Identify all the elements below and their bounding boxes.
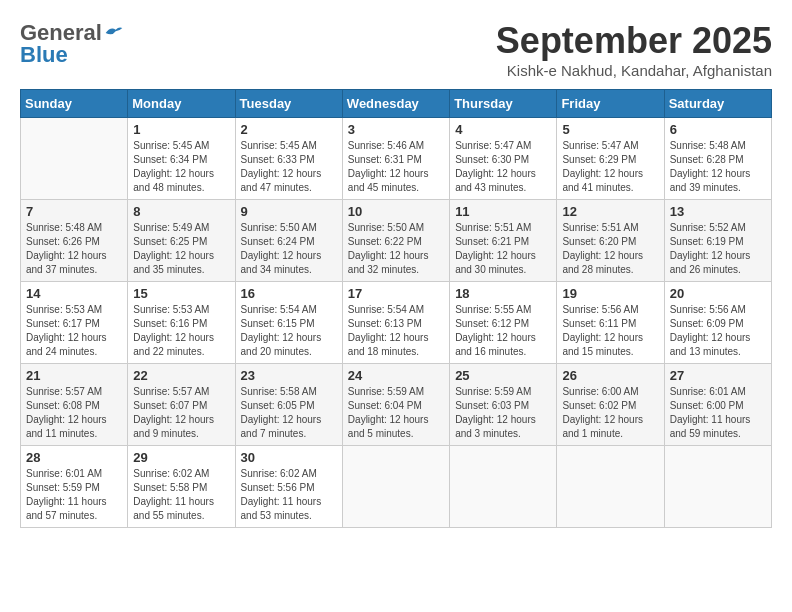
- month-title: September 2025: [496, 20, 772, 62]
- calendar-cell: 21Sunrise: 5:57 AMSunset: 6:08 PMDayligh…: [21, 364, 128, 446]
- day-info: Sunrise: 5:49 AMSunset: 6:25 PMDaylight:…: [133, 221, 229, 277]
- day-info: Sunrise: 6:01 AMSunset: 5:59 PMDaylight:…: [26, 467, 122, 523]
- weekday-thursday: Thursday: [450, 90, 557, 118]
- day-number: 28: [26, 450, 122, 465]
- calendar-cell: [664, 446, 771, 528]
- calendar-cell: [342, 446, 449, 528]
- calendar-cell: 20Sunrise: 5:56 AMSunset: 6:09 PMDayligh…: [664, 282, 771, 364]
- day-info: Sunrise: 5:59 AMSunset: 6:04 PMDaylight:…: [348, 385, 444, 441]
- calendar-body: 1Sunrise: 5:45 AMSunset: 6:34 PMDaylight…: [21, 118, 772, 528]
- logo-bird-icon: [104, 24, 124, 42]
- day-info: Sunrise: 5:53 AMSunset: 6:17 PMDaylight:…: [26, 303, 122, 359]
- calendar-cell: [21, 118, 128, 200]
- day-number: 30: [241, 450, 337, 465]
- calendar-cell: 9Sunrise: 5:50 AMSunset: 6:24 PMDaylight…: [235, 200, 342, 282]
- calendar-cell: 7Sunrise: 5:48 AMSunset: 6:26 PMDaylight…: [21, 200, 128, 282]
- calendar-cell: 25Sunrise: 5:59 AMSunset: 6:03 PMDayligh…: [450, 364, 557, 446]
- day-info: Sunrise: 6:00 AMSunset: 6:02 PMDaylight:…: [562, 385, 658, 441]
- day-number: 24: [348, 368, 444, 383]
- day-number: 13: [670, 204, 766, 219]
- calendar-cell: 1Sunrise: 5:45 AMSunset: 6:34 PMDaylight…: [128, 118, 235, 200]
- calendar-cell: 23Sunrise: 5:58 AMSunset: 6:05 PMDayligh…: [235, 364, 342, 446]
- day-number: 21: [26, 368, 122, 383]
- calendar-cell: [450, 446, 557, 528]
- day-number: 10: [348, 204, 444, 219]
- week-row-1: 1Sunrise: 5:45 AMSunset: 6:34 PMDaylight…: [21, 118, 772, 200]
- page-header: General Blue September 2025 Kishk-e Nakh…: [20, 20, 772, 79]
- day-info: Sunrise: 5:56 AMSunset: 6:09 PMDaylight:…: [670, 303, 766, 359]
- calendar-cell: 3Sunrise: 5:46 AMSunset: 6:31 PMDaylight…: [342, 118, 449, 200]
- day-number: 5: [562, 122, 658, 137]
- calendar-cell: 8Sunrise: 5:49 AMSunset: 6:25 PMDaylight…: [128, 200, 235, 282]
- day-number: 4: [455, 122, 551, 137]
- day-info: Sunrise: 5:47 AMSunset: 6:29 PMDaylight:…: [562, 139, 658, 195]
- day-number: 19: [562, 286, 658, 301]
- day-info: Sunrise: 6:01 AMSunset: 6:00 PMDaylight:…: [670, 385, 766, 441]
- calendar-cell: 27Sunrise: 6:01 AMSunset: 6:00 PMDayligh…: [664, 364, 771, 446]
- calendar-cell: 5Sunrise: 5:47 AMSunset: 6:29 PMDaylight…: [557, 118, 664, 200]
- day-number: 20: [670, 286, 766, 301]
- calendar-cell: 17Sunrise: 5:54 AMSunset: 6:13 PMDayligh…: [342, 282, 449, 364]
- calendar-cell: 15Sunrise: 5:53 AMSunset: 6:16 PMDayligh…: [128, 282, 235, 364]
- day-number: 25: [455, 368, 551, 383]
- calendar-cell: 28Sunrise: 6:01 AMSunset: 5:59 PMDayligh…: [21, 446, 128, 528]
- day-number: 2: [241, 122, 337, 137]
- day-info: Sunrise: 5:55 AMSunset: 6:12 PMDaylight:…: [455, 303, 551, 359]
- weekday-header-row: SundayMondayTuesdayWednesdayThursdayFrid…: [21, 90, 772, 118]
- day-number: 15: [133, 286, 229, 301]
- day-number: 22: [133, 368, 229, 383]
- day-info: Sunrise: 5:51 AMSunset: 6:20 PMDaylight:…: [562, 221, 658, 277]
- calendar-table: SundayMondayTuesdayWednesdayThursdayFrid…: [20, 89, 772, 528]
- day-number: 11: [455, 204, 551, 219]
- week-row-3: 14Sunrise: 5:53 AMSunset: 6:17 PMDayligh…: [21, 282, 772, 364]
- calendar-cell: 12Sunrise: 5:51 AMSunset: 6:20 PMDayligh…: [557, 200, 664, 282]
- calendar-cell: 13Sunrise: 5:52 AMSunset: 6:19 PMDayligh…: [664, 200, 771, 282]
- day-info: Sunrise: 5:50 AMSunset: 6:22 PMDaylight:…: [348, 221, 444, 277]
- calendar-cell: 30Sunrise: 6:02 AMSunset: 5:56 PMDayligh…: [235, 446, 342, 528]
- weekday-wednesday: Wednesday: [342, 90, 449, 118]
- weekday-sunday: Sunday: [21, 90, 128, 118]
- calendar-cell: 18Sunrise: 5:55 AMSunset: 6:12 PMDayligh…: [450, 282, 557, 364]
- weekday-friday: Friday: [557, 90, 664, 118]
- logo-blue-text: Blue: [20, 42, 68, 68]
- day-number: 27: [670, 368, 766, 383]
- calendar-cell: 24Sunrise: 5:59 AMSunset: 6:04 PMDayligh…: [342, 364, 449, 446]
- location-subtitle: Kishk-e Nakhud, Kandahar, Afghanistan: [496, 62, 772, 79]
- day-number: 29: [133, 450, 229, 465]
- day-number: 18: [455, 286, 551, 301]
- day-number: 16: [241, 286, 337, 301]
- day-number: 7: [26, 204, 122, 219]
- day-number: 26: [562, 368, 658, 383]
- calendar-cell: 29Sunrise: 6:02 AMSunset: 5:58 PMDayligh…: [128, 446, 235, 528]
- day-info: Sunrise: 5:50 AMSunset: 6:24 PMDaylight:…: [241, 221, 337, 277]
- week-row-4: 21Sunrise: 5:57 AMSunset: 6:08 PMDayligh…: [21, 364, 772, 446]
- day-number: 12: [562, 204, 658, 219]
- calendar-cell: 16Sunrise: 5:54 AMSunset: 6:15 PMDayligh…: [235, 282, 342, 364]
- day-info: Sunrise: 5:48 AMSunset: 6:26 PMDaylight:…: [26, 221, 122, 277]
- weekday-saturday: Saturday: [664, 90, 771, 118]
- logo: General Blue: [20, 20, 124, 68]
- title-block: September 2025 Kishk-e Nakhud, Kandahar,…: [496, 20, 772, 79]
- day-number: 9: [241, 204, 337, 219]
- day-number: 3: [348, 122, 444, 137]
- calendar-cell: 6Sunrise: 5:48 AMSunset: 6:28 PMDaylight…: [664, 118, 771, 200]
- day-info: Sunrise: 5:58 AMSunset: 6:05 PMDaylight:…: [241, 385, 337, 441]
- calendar-cell: 14Sunrise: 5:53 AMSunset: 6:17 PMDayligh…: [21, 282, 128, 364]
- day-info: Sunrise: 5:53 AMSunset: 6:16 PMDaylight:…: [133, 303, 229, 359]
- week-row-5: 28Sunrise: 6:01 AMSunset: 5:59 PMDayligh…: [21, 446, 772, 528]
- day-info: Sunrise: 5:56 AMSunset: 6:11 PMDaylight:…: [562, 303, 658, 359]
- calendar-cell: 2Sunrise: 5:45 AMSunset: 6:33 PMDaylight…: [235, 118, 342, 200]
- calendar-cell: 26Sunrise: 6:00 AMSunset: 6:02 PMDayligh…: [557, 364, 664, 446]
- calendar-cell: 11Sunrise: 5:51 AMSunset: 6:21 PMDayligh…: [450, 200, 557, 282]
- day-info: Sunrise: 5:57 AMSunset: 6:07 PMDaylight:…: [133, 385, 229, 441]
- calendar-cell: [557, 446, 664, 528]
- day-info: Sunrise: 6:02 AMSunset: 5:56 PMDaylight:…: [241, 467, 337, 523]
- day-info: Sunrise: 5:48 AMSunset: 6:28 PMDaylight:…: [670, 139, 766, 195]
- day-info: Sunrise: 6:02 AMSunset: 5:58 PMDaylight:…: [133, 467, 229, 523]
- weekday-monday: Monday: [128, 90, 235, 118]
- calendar-cell: 10Sunrise: 5:50 AMSunset: 6:22 PMDayligh…: [342, 200, 449, 282]
- day-info: Sunrise: 5:47 AMSunset: 6:30 PMDaylight:…: [455, 139, 551, 195]
- day-number: 17: [348, 286, 444, 301]
- calendar-cell: 19Sunrise: 5:56 AMSunset: 6:11 PMDayligh…: [557, 282, 664, 364]
- day-info: Sunrise: 5:52 AMSunset: 6:19 PMDaylight:…: [670, 221, 766, 277]
